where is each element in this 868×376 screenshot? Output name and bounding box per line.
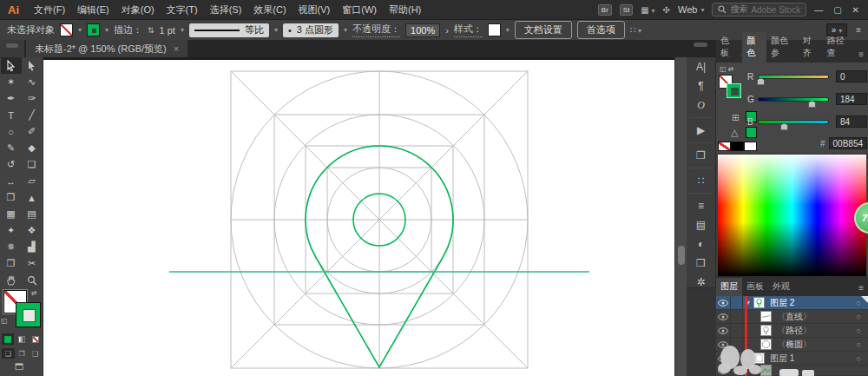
blue-slider[interactable] [758, 120, 829, 124]
perspective-grid-tool[interactable]: ▲ [22, 189, 43, 206]
screen-mode-icon[interactable]: 🗖 [15, 362, 23, 372]
stroke-color-well[interactable] [16, 302, 41, 327]
tab-color-guide[interactable]: 颜色参 [766, 32, 799, 63]
draw-normal-icon[interactable]: ❏ [2, 348, 15, 359]
layer-thumbnail[interactable] [760, 325, 772, 336]
menu-file[interactable]: 文件(F) [34, 3, 65, 16]
brush-definition[interactable]: • 3 点圆形 [283, 23, 339, 37]
tab-pathfinder[interactable]: 路径查 [823, 32, 855, 63]
character-panel-icon[interactable]: A| [687, 57, 715, 76]
stroke-swatch[interactable] [87, 23, 100, 36]
black-swatch[interactable] [731, 142, 744, 151]
color-stroke-well[interactable] [727, 83, 741, 98]
touch-workspace-icon[interactable]: ✣ [663, 5, 670, 15]
target-circle-icon[interactable]: ○ [857, 313, 861, 321]
layer-name[interactable]: 〈椭圆〉 [777, 339, 812, 351]
menu-select[interactable]: 选择(S) [210, 3, 242, 16]
green-value[interactable]: 184 [836, 93, 867, 105]
document-tab[interactable]: 未标题-2* @ 150% (RGB/预览) × [26, 40, 187, 57]
menu-window[interactable]: 窗口(W) [342, 3, 377, 16]
swap-fill-stroke-icon[interactable]: ⇄ [31, 289, 37, 297]
menu-effect[interactable]: 效果(C) [253, 3, 286, 16]
toolbar-dock-header[interactable] [0, 40, 24, 57]
stroke-stepper[interactable]: ⇅ [148, 26, 155, 35]
tab-swatches[interactable]: 色板 [716, 32, 740, 63]
tab-align[interactable]: 对齐 [799, 32, 823, 63]
blend-tool[interactable]: ❖ [22, 222, 43, 239]
dock-header-handle[interactable] [694, 43, 707, 47]
gradient-mode-button[interactable] [16, 333, 28, 345]
layer-row-path[interactable]: 〈路径〉 ○ [716, 324, 868, 338]
tab-artboards[interactable]: 画板 [742, 278, 768, 296]
symbol-sprayer-tool[interactable]: ✵ [1, 239, 22, 255]
column-graph-tool[interactable]: ▟ [22, 239, 43, 255]
layer-thumbnail[interactable] [760, 339, 772, 350]
close-button[interactable]: ✕ [852, 5, 859, 15]
green-slider[interactable] [758, 97, 829, 102]
gradient-panel-icon[interactable]: ▤ [687, 215, 715, 234]
stock-search-input[interactable]: 搜索 Adobe Stock [712, 3, 806, 16]
opentype-panel-icon[interactable]: O [687, 96, 715, 115]
transparency-panel-icon[interactable]: ◐ [687, 234, 715, 254]
opacity-value[interactable]: 100% [405, 23, 440, 37]
mesh-tool[interactable]: ▦ [1, 206, 22, 222]
type-tool[interactable]: T [1, 107, 22, 123]
pen-tool[interactable]: ✒ [1, 90, 22, 107]
opacity-label[interactable]: 不透明度： [352, 23, 400, 37]
width-tool[interactable]: ↔ [1, 173, 22, 189]
web-safe-icon[interactable]: ⊞ [732, 113, 739, 122]
hand-tool[interactable] [1, 272, 22, 288]
magic-wand-tool[interactable]: ✶ [1, 74, 22, 90]
direct-selection-tool[interactable] [22, 57, 43, 74]
visibility-eye-icon[interactable] [716, 310, 731, 324]
zoom-tool[interactable] [22, 272, 43, 288]
lasso-tool[interactable]: ∿ [22, 74, 43, 90]
artboard-canvas[interactable] [43, 57, 674, 376]
mini-swap-icon[interactable]: ◱ ⇄ [720, 65, 733, 73]
stroke-panel-icon[interactable]: ≡ [687, 196, 715, 215]
panel-list-icon[interactable]: ≡ [856, 25, 861, 35]
symbols-panel-icon[interactable]: ❒ [687, 254, 715, 273]
layer-row-ellipse[interactable]: 〈椭圆〉 ○ [716, 338, 868, 352]
none-mode-button[interactable] [30, 333, 42, 345]
minimize-button[interactable]: — [814, 5, 823, 15]
arrange-documents-icon[interactable]: ▦ ▾ [641, 5, 654, 15]
red-value[interactable]: 0 [836, 70, 867, 82]
actions-panel-icon[interactable]: ▶ [687, 121, 715, 140]
menu-view[interactable]: 视图(V) [299, 3, 331, 16]
visibility-eye-icon[interactable] [716, 296, 731, 310]
style-label[interactable]: 样式： [454, 23, 483, 37]
target-circle-icon[interactable]: ○ [857, 327, 861, 335]
target-circle-icon[interactable]: ○ [857, 354, 861, 363]
out-of-gamut-icon[interactable]: △ [731, 127, 738, 138]
white-swatch[interactable] [744, 142, 757, 151]
gradient-tool[interactable]: ▤ [22, 206, 43, 222]
panel-menu-icon[interactable]: ≡ [854, 283, 868, 296]
ellipse-tool[interactable]: ○ [1, 123, 22, 140]
scrollbar-thumb[interactable] [678, 246, 685, 265]
variable-width-profile[interactable]: 等比 [189, 23, 269, 37]
document-setup-button[interactable]: 文档设置 [515, 21, 572, 39]
tab-layers[interactable]: 图层 [716, 278, 742, 296]
menu-help[interactable]: 帮助(H) [389, 3, 421, 16]
restore-button[interactable]: ▢ [833, 5, 841, 15]
free-transform-tool[interactable]: ▱ [22, 173, 43, 189]
selection-tool[interactable] [1, 57, 22, 74]
vertical-scrollbar[interactable] [674, 57, 687, 376]
layer-name[interactable]: 图层 2 [770, 297, 794, 309]
eyedropper-tool[interactable]: ✦ [1, 222, 22, 239]
menu-edit[interactable]: 编辑(E) [77, 3, 109, 16]
draw-behind-icon[interactable]: ❐ [16, 348, 29, 359]
opacity-more-arrow[interactable]: › [445, 25, 449, 36]
align-options-icon[interactable]: ∷ ▾ [630, 25, 641, 35]
panel-menu-icon[interactable]: ≡ [854, 49, 868, 63]
workspace-switcher[interactable]: Web▾ [678, 4, 704, 15]
tab-color[interactable]: 颜色 [742, 32, 766, 63]
tab-appearance[interactable]: 外观 [768, 278, 794, 296]
artboard-tool[interactable]: ❐ [1, 255, 22, 272]
transform-panel-icon[interactable]: ∷ [687, 171, 715, 190]
blue-value[interactable]: 84 [836, 115, 867, 128]
stock-icon[interactable]: St [620, 4, 634, 16]
slice-tool[interactable]: ✂ [22, 255, 43, 272]
paintbrush-tool[interactable]: ✐ [22, 123, 43, 140]
